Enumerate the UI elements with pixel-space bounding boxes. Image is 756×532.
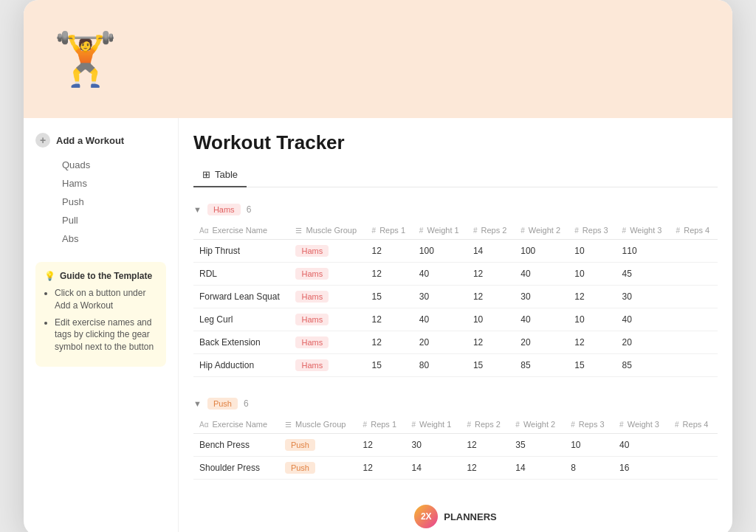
weight3: 45 (616, 263, 670, 286)
weight3: 40 (614, 434, 669, 457)
tab-table[interactable]: ⊞ Table (193, 163, 247, 187)
muscle-group: Hams (289, 354, 365, 377)
reps3: 10 (568, 263, 616, 286)
weight1: 100 (413, 240, 467, 263)
weight1: 30 (413, 286, 467, 308)
weight2: 40 (515, 263, 568, 286)
exercise-name: Forward Lean Squat (193, 286, 289, 308)
reps2: 12 (467, 263, 515, 286)
weight1: 20 (413, 331, 467, 354)
reps2: 14 (467, 240, 515, 263)
col-reps1-1: # Reps 1 (366, 221, 413, 240)
weight2: 35 (509, 434, 565, 457)
reps3: 12 (568, 286, 616, 308)
table-row: Bench Press Push 12 30 12 35 10 40 (193, 434, 718, 457)
push-table-body: Bench Press Push 12 30 12 35 10 40 Shoul… (193, 434, 718, 480)
brand-text-wrapper: PLANNERS (444, 511, 497, 522)
sidebar-item-abs[interactable]: Abs (56, 230, 166, 247)
weight2: 20 (515, 331, 568, 354)
sidebar-nav: Quads Hams Push Pull Abs (56, 156, 166, 247)
weight3: 110 (616, 240, 670, 263)
col-weight1-2: # Weight 1 (405, 415, 461, 434)
hams-table: Aα Exercise Name ☰ Muscle Group # Reps 1… (193, 221, 718, 377)
weight1: 14 (405, 457, 461, 480)
reps2: 12 (461, 434, 509, 457)
reps4 (670, 308, 718, 331)
reps3: 10 (568, 308, 616, 331)
reps2: 15 (467, 354, 515, 377)
weight3: 30 (616, 286, 670, 308)
add-icon: + (35, 133, 50, 148)
section-hams-header: ▼ Hams 6 (193, 198, 718, 221)
push-header-row: Aα Exercise Name ☰ Muscle Group # Reps 1… (193, 415, 718, 434)
reps4 (670, 331, 718, 354)
guide-item-1: Click on a button under Add a Workout (55, 287, 157, 312)
reps1: 15 (366, 286, 413, 308)
reps4 (670, 354, 718, 377)
reps3: 12 (568, 331, 616, 354)
table-row: Hip Thrust Hams 12 100 14 100 10 110 (193, 240, 718, 263)
hero-banner: 🏋️ (24, 0, 732, 118)
hams-section-tag: Hams (207, 204, 241, 215)
col-weight3-2: # Weight 3 (614, 415, 669, 434)
push-table: Aα Exercise Name ☰ Muscle Group # Reps 1… (193, 415, 718, 480)
guide-box: 💡 Guide to the Template Click on a butto… (35, 262, 166, 367)
col-muscle-group-2: ☰ Muscle Group (279, 415, 357, 434)
guide-title: 💡 Guide to the Template (44, 271, 157, 281)
sidebar-item-push[interactable]: Push (56, 193, 166, 210)
reps4 (669, 457, 718, 480)
weight2: 100 (515, 240, 568, 263)
col-muscle-group-1: ☰ Muscle Group (289, 221, 365, 240)
reps3: 8 (565, 457, 614, 480)
hams-toggle[interactable]: ▼ (193, 205, 202, 214)
reps1: 12 (366, 308, 413, 331)
col-exercise-name-1: Aα Exercise Name (193, 221, 289, 240)
exercise-name: Leg Curl (193, 308, 289, 331)
bulb-icon: 💡 (44, 271, 55, 281)
table-row: Leg Curl Hams 12 40 10 40 10 40 (193, 308, 718, 331)
weight1: 40 (413, 263, 467, 286)
table-tab-icon: ⊞ (202, 169, 210, 180)
push-toggle[interactable]: ▼ (193, 399, 202, 408)
exercise-name: Bench Press (193, 434, 279, 457)
hero-icon: 🏋️ (53, 33, 117, 85)
weight2: 40 (515, 308, 568, 331)
sidebar-item-quads[interactable]: Quads (56, 156, 166, 173)
sidebar-item-hams[interactable]: Hams (56, 175, 166, 192)
exercise-name: Hip Adduction (193, 354, 289, 377)
reps1: 12 (357, 457, 406, 480)
weight3: 40 (616, 308, 670, 331)
page-title: Workout Tracker (193, 118, 718, 163)
reps1: 15 (366, 354, 413, 377)
table-row: Forward Lean Squat Hams 15 30 12 30 12 3… (193, 286, 718, 308)
reps1: 12 (366, 331, 413, 354)
weight1: 80 (413, 354, 467, 377)
guide-item-2: Edit exercise names and tags by clicking… (55, 317, 157, 353)
col-weight1-1: # Weight 1 (413, 221, 467, 240)
reps2: 12 (467, 331, 515, 354)
weight1: 40 (413, 308, 467, 331)
reps3: 10 (568, 240, 616, 263)
table-row: RDL Hams 12 40 12 40 10 45 (193, 263, 718, 286)
app-container: 🏋️ + Add a Workout Quads Hams Push Pull … (24, 0, 732, 532)
reps3: 10 (565, 434, 614, 457)
col-weight3-1: # Weight 3 (616, 221, 670, 240)
reps1: 12 (366, 240, 413, 263)
add-workout-button[interactable]: + Add a Workout (35, 133, 166, 148)
brand-name: PLANNERS (444, 511, 497, 522)
reps4 (670, 286, 718, 308)
push-section-tag: Push (207, 398, 238, 410)
weight2: 30 (515, 286, 568, 308)
reps2: 10 (467, 308, 515, 331)
col-reps2-1: # Reps 2 (467, 221, 515, 240)
exercise-name: Shoulder Press (193, 457, 279, 480)
hams-table-body: Hip Thrust Hams 12 100 14 100 10 110 RDL… (193, 240, 718, 377)
col-exercise-name-2: Aα Exercise Name (193, 415, 279, 434)
reps3: 15 (568, 354, 616, 377)
weight1: 30 (405, 434, 461, 457)
sidebar-item-pull[interactable]: Pull (56, 212, 166, 229)
reps4 (670, 240, 718, 263)
muscle-group: Hams (289, 286, 365, 308)
guide-list: Click on a button under Add a Workout Ed… (44, 287, 157, 353)
muscle-group: Hams (289, 240, 365, 263)
